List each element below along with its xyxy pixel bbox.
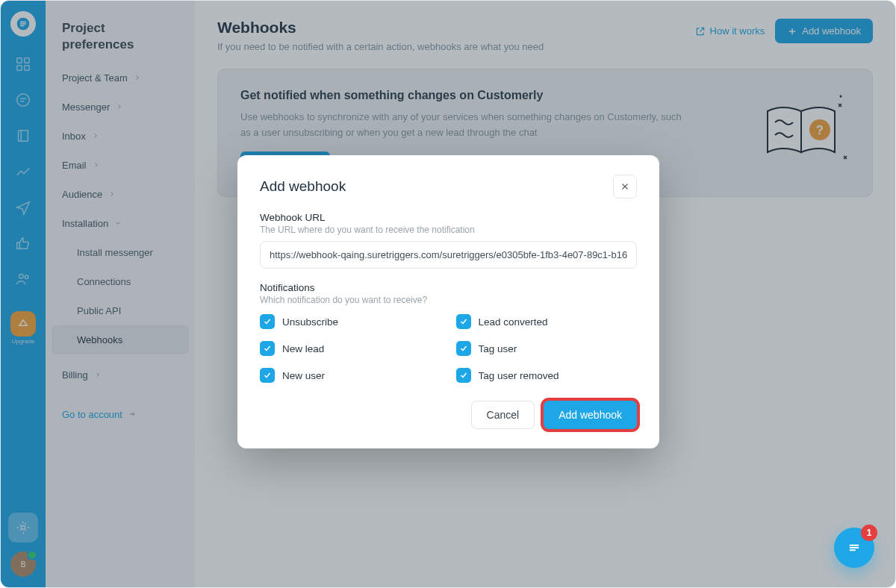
check-label: Lead converted — [479, 316, 548, 328]
close-icon — [620, 181, 630, 192]
checkbox-icon[interactable] — [260, 368, 275, 383]
check-lead-converted[interactable]: Lead converted — [456, 314, 638, 329]
check-label: Tag user removed — [479, 370, 559, 381]
submit-add-webhook-button[interactable]: Add webhook — [544, 401, 637, 429]
check-unsubscribe[interactable]: Unsubscribe — [260, 314, 441, 329]
add-webhook-modal: Add webhook Webhook URL The URL where do… — [237, 155, 659, 448]
cancel-button[interactable]: Cancel — [471, 401, 535, 429]
notifications-label: Notifications — [260, 282, 637, 293]
webhook-url-input[interactable] — [260, 241, 637, 269]
checkbox-icon[interactable] — [456, 314, 471, 329]
check-label: Tag user — [479, 343, 517, 354]
notification-badge: 1 — [861, 525, 877, 541]
check-new-lead[interactable]: New lead — [260, 341, 441, 356]
modal-title: Add webhook — [260, 178, 346, 195]
close-button[interactable] — [613, 175, 637, 198]
check-tag-user[interactable]: Tag user — [456, 341, 638, 356]
checkbox-icon[interactable] — [456, 368, 471, 383]
url-field-label: Webhook URL — [260, 212, 637, 223]
notifications-grid: Unsubscribe Lead converted New lead Tag … — [260, 314, 637, 383]
chat-bubble-icon — [844, 538, 864, 557]
check-label: New user — [282, 370, 325, 381]
check-label: Unsubscribe — [282, 316, 338, 328]
url-field-help: The URL where do you want to receive the… — [260, 225, 637, 235]
checkbox-icon[interactable] — [260, 341, 275, 356]
notifications-help: Which notification do you want to receiv… — [260, 295, 637, 305]
checkbox-icon[interactable] — [260, 314, 275, 329]
check-tag-user-removed[interactable]: Tag user removed — [456, 368, 638, 383]
check-new-user[interactable]: New user — [260, 368, 441, 383]
chat-fab[interactable]: 1 — [834, 528, 874, 568]
check-label: New lead — [282, 343, 324, 354]
checkbox-icon[interactable] — [456, 341, 471, 356]
